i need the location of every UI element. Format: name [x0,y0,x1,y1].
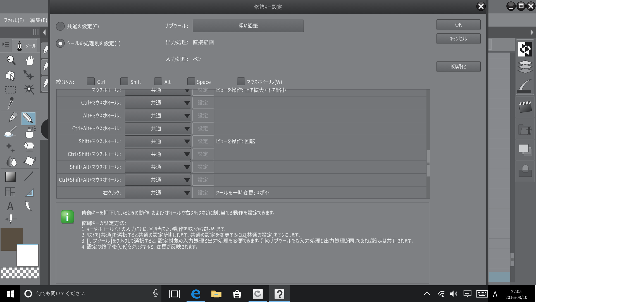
svg-text:i: i [66,211,69,224]
